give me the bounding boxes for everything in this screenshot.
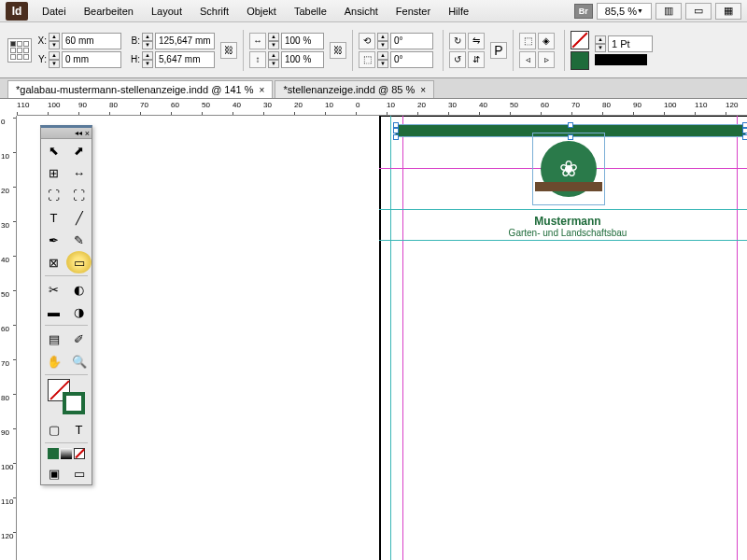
panel-collapse-icon[interactable]: ◂◂	[75, 129, 82, 137]
rotate-cw-icon[interactable]: ↻	[449, 33, 466, 49]
direct-selection-tool-icon[interactable]: ⬈	[66, 139, 92, 161]
w-label: B:	[127, 35, 140, 46]
toolbox-header[interactable]: ◂◂×	[41, 128, 92, 139]
tab-document-1[interactable]: *galabau-mustermann-stellenanzeige.indd …	[7, 80, 273, 98]
free-transform-tool-icon[interactable]: ◐	[66, 278, 92, 301]
flip-h-icon[interactable]: ⇋	[468, 33, 485, 49]
menu-table[interactable]: Tabelle	[287, 3, 334, 20]
tab-document-2[interactable]: *stellenanzeige.indd @ 85 %×	[275, 80, 434, 98]
gap-tool-icon[interactable]: ↔	[66, 161, 92, 184]
hand-tool-icon[interactable]: ✋	[41, 350, 66, 372]
document-tabs: *galabau-mustermann-stellenanzeige.indd …	[0, 78, 747, 99]
select-content-icon[interactable]: ◈	[538, 33, 555, 49]
ruler-guide[interactable]	[379, 209, 747, 210]
h-spinner[interactable]: ▲▼	[142, 51, 153, 68]
vertical-ruler[interactable]: 0102030405060708090100110120	[0, 116, 17, 560]
selection-handle[interactable]	[568, 134, 573, 140]
normal-view-icon[interactable]: ▣	[41, 462, 66, 484]
zoom-level-dropdown[interactable]: 85,5 %▼	[597, 3, 652, 20]
stroke-swatch[interactable]	[571, 51, 589, 70]
w-input[interactable]: 125,647 mm	[155, 33, 215, 49]
selection-handle[interactable]	[393, 134, 399, 140]
logo-frame[interactable]: ❀	[532, 133, 605, 205]
flip-v-icon[interactable]: ⇵	[468, 51, 485, 68]
scale-x-input[interactable]: 100 %	[281, 33, 324, 49]
selection-handle[interactable]	[568, 122, 573, 128]
menu-file[interactable]: Datei	[35, 3, 74, 20]
constrain-scale-icon[interactable]: ⛓	[330, 42, 346, 59]
scale-y-input[interactable]: 100 %	[281, 51, 324, 68]
stroke-weight-input[interactable]: 1 Pt	[608, 35, 653, 52]
horizontal-ruler[interactable]: 1101009080706050403020100102030405060708…	[17, 99, 747, 116]
h-label: H:	[127, 54, 140, 64]
selection-tool-icon[interactable]: ⬉	[41, 139, 66, 161]
constrain-wh-icon[interactable]: ⛓	[220, 42, 237, 59]
menu-window[interactable]: Fenster	[388, 3, 438, 20]
menu-edit[interactable]: Bearbeiten	[77, 3, 141, 20]
note-tool-icon[interactable]: ▤	[41, 328, 66, 350]
select-next-icon[interactable]: ▹	[538, 51, 555, 68]
stroke-proxy-icon[interactable]	[63, 392, 85, 414]
select-container-icon[interactable]: ⬚	[519, 33, 536, 49]
rotate-input[interactable]: 0°	[390, 33, 433, 49]
rectangle-frame-tool-icon[interactable]: ⊠	[41, 251, 66, 273]
y-input[interactable]: 0 mm	[62, 51, 121, 68]
scissors-tool-icon[interactable]: ✂	[41, 278, 66, 301]
shear-spinner[interactable]: ▲▼	[377, 51, 388, 68]
ruler-guide[interactable]	[379, 240, 747, 241]
content-placer-icon[interactable]: ⛶	[66, 184, 92, 206]
menu-object[interactable]: Objekt	[239, 3, 284, 20]
apply-gradient-icon[interactable]	[61, 448, 72, 459]
toolbox-panel: ◂◂× ⬉⬈ ⊞↔ ⛶⛶ T╱ ✒✎ ⊠▭ ✂◐ ▬◑ ▤✐ ✋🔍 ▢T ▣▭	[40, 125, 92, 485]
formatting-text-icon[interactable]: T	[66, 418, 92, 441]
type-tool-icon[interactable]: T	[41, 206, 66, 229]
menu-layout[interactable]: Layout	[144, 3, 190, 20]
pen-tool-icon[interactable]: ✒	[41, 229, 66, 251]
character-mode-icon[interactable]: P	[490, 42, 507, 59]
menu-help[interactable]: Hilfe	[441, 3, 476, 20]
zoom-tool-icon[interactable]: 🔍	[66, 350, 92, 372]
reference-point-selector[interactable]	[7, 38, 32, 63]
scale-x-spinner[interactable]: ▲▼	[268, 33, 279, 49]
x-input[interactable]: 60 mm	[62, 33, 121, 49]
rotate-ccw-icon[interactable]: ↺	[449, 51, 466, 68]
rectangle-tool-icon[interactable]: ▭	[66, 251, 92, 273]
arrange-docs-icon[interactable]: ▦	[715, 3, 741, 20]
scale-y-spinner[interactable]: ▲▼	[268, 51, 279, 68]
formatting-container-icon[interactable]: ▢	[41, 418, 66, 441]
preview-mode-icon[interactable]: ▭	[66, 462, 92, 484]
close-icon[interactable]: ×	[420, 85, 426, 95]
fill-swatch[interactable]	[571, 31, 589, 49]
stroke-style-dropdown[interactable]	[595, 54, 647, 65]
shear-input[interactable]: 0°	[390, 51, 433, 68]
bridge-icon[interactable]: Br	[574, 4, 593, 19]
menu-type[interactable]: Schrift	[192, 3, 236, 20]
apply-color-icon[interactable]	[48, 448, 59, 459]
x-spinner[interactable]: ▲▼	[49, 33, 60, 49]
apply-none-icon[interactable]	[74, 448, 85, 459]
pencil-tool-icon[interactable]: ✎	[66, 229, 92, 251]
rotate-spinner[interactable]: ▲▼	[377, 33, 388, 49]
y-spinner[interactable]: ▲▼	[49, 51, 60, 68]
content-collector-icon[interactable]: ⛶	[41, 184, 66, 206]
line-tool-icon[interactable]: ╱	[66, 206, 92, 229]
close-icon[interactable]: ×	[260, 85, 265, 95]
selection-handle[interactable]	[393, 128, 399, 133]
h-input[interactable]: 5,647 mm	[155, 51, 215, 68]
fill-stroke-proxy[interactable]	[46, 379, 87, 414]
gradient-feather-tool-icon[interactable]: ◑	[66, 301, 92, 323]
close-icon[interactable]: ×	[85, 129, 90, 138]
canvas[interactable]: ◂◂× ⬉⬈ ⊞↔ ⛶⛶ T╱ ✒✎ ⊠▭ ✂◐ ▬◑ ▤✐ ✋🔍 ▢T ▣▭	[17, 116, 747, 560]
menu-view[interactable]: Ansicht	[337, 3, 386, 20]
gradient-swatch-tool-icon[interactable]: ▬	[41, 301, 66, 323]
logo-circle-icon: ❀	[541, 141, 597, 197]
stroke-weight-spinner[interactable]: ▲▼	[595, 35, 606, 52]
selection-handle[interactable]	[742, 128, 747, 133]
view-options-icon[interactable]: ▥	[655, 3, 682, 20]
w-spinner[interactable]: ▲▼	[142, 33, 153, 49]
selection-handle[interactable]	[742, 134, 747, 140]
page-tool-icon[interactable]: ⊞	[41, 161, 66, 184]
eyedropper-tool-icon[interactable]: ✐	[66, 328, 92, 350]
select-prev-icon[interactable]: ◃	[519, 51, 536, 68]
screen-mode-icon[interactable]: ▭	[685, 3, 712, 20]
